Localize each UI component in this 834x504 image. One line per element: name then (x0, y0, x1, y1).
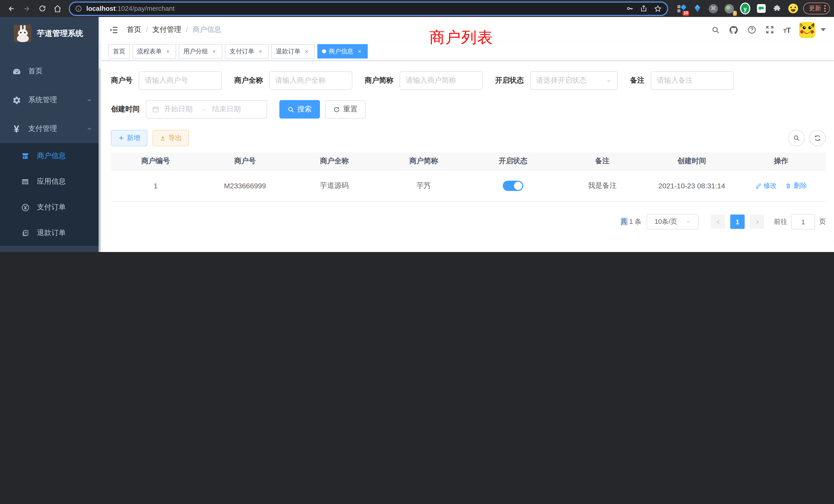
share-icon[interactable] (640, 5, 648, 12)
url-bar[interactable]: localhost:1024/pay/merchant (69, 1, 668, 16)
github-icon[interactable] (729, 25, 739, 35)
sidebar-item-home[interactable]: 首页 (0, 57, 101, 86)
create-time-range-picker[interactable]: 开始日期 - 结束日期 (146, 100, 267, 118)
tab-process-form[interactable]: 流程表单× (132, 44, 176, 59)
export-button[interactable]: 导出 (153, 130, 189, 146)
chevron-down-icon (685, 219, 690, 224)
table-grid-icon (20, 178, 30, 186)
font-size-icon[interactable]: TT (783, 25, 790, 34)
tab-home[interactable]: 首页 (108, 44, 130, 59)
full-name-input[interactable]: 请输入商户全称 (269, 71, 352, 90)
url-text[interactable]: localhost:1024/pay/merchant (86, 5, 622, 12)
tab-refund-order[interactable]: 退款订单× (271, 44, 315, 59)
home-icon[interactable] (50, 1, 65, 16)
tab-label: 退款订单 (276, 47, 301, 56)
dashboard-gauge-icon (11, 67, 22, 76)
hamburger-icon[interactable] (109, 25, 118, 35)
search-button[interactable]: 搜索 (279, 100, 320, 118)
end-date-placeholder: 结束日期 (212, 105, 249, 114)
app-logo-row[interactable]: 芋道管理系统 (0, 17, 101, 50)
extension-grid-icon[interactable]: 10 (676, 3, 687, 14)
chevron-down-icon (606, 78, 612, 84)
sidebar-item-app-info[interactable]: 应用信息 (0, 169, 101, 194)
site-info-icon[interactable] (75, 5, 82, 12)
col-operations: 操作 (737, 153, 826, 170)
header-search-icon[interactable] (711, 25, 720, 34)
breadcrumb-separator: / (186, 26, 188, 34)
tab-merchant-info-active[interactable]: 商户信息× (317, 44, 368, 59)
browser-menu-kebab-icon[interactable] (824, 5, 826, 12)
help-question-icon[interactable] (747, 25, 756, 35)
sidebar-scrollbar[interactable] (98, 17, 101, 252)
sidebar-item-pay-order[interactable]: 支付订单 (0, 194, 101, 220)
remark-label: 备注 (630, 76, 644, 85)
merchant-no-input[interactable]: 请输入商户号 (139, 71, 222, 90)
edit-link[interactable]: 修改 (755, 181, 777, 190)
tab-close-icon[interactable]: × (211, 48, 218, 54)
reset-button-label: 重置 (343, 105, 357, 114)
breadcrumb-home[interactable]: 首页 (127, 25, 141, 35)
total-count: 共 1 条 (621, 217, 641, 226)
extension-y-icon[interactable]: y (740, 3, 750, 14)
col-merchant-id: 商户编号 (111, 153, 200, 170)
next-page-button[interactable] (750, 214, 764, 229)
browser-update-button[interactable]: 更新 (803, 3, 830, 14)
status-select[interactable]: 请选择开启状态 (530, 71, 618, 90)
reload-icon[interactable] (35, 1, 49, 16)
tab-close-icon[interactable]: × (356, 48, 363, 54)
add-button[interactable]: 新增 (111, 130, 147, 146)
back-icon[interactable] (4, 1, 19, 16)
update-label: 更新 (809, 4, 821, 13)
page-content: 商户号 请输入商户号 商户全称 请输入商户全称 商户简称 请输入商户简称 开启状… (101, 61, 834, 229)
total-rest: 1 条 (627, 217, 641, 225)
sidebar-item-pay[interactable]: ¥ 支付管理 (0, 114, 101, 143)
col-remark: 备注 (558, 153, 647, 170)
avatar-caret-icon[interactable] (821, 28, 826, 31)
col-full-name: 商户全称 (290, 153, 379, 170)
remark-input[interactable]: 请输入备注 (651, 71, 734, 90)
yen-icon: ¥ (11, 124, 22, 134)
chevron-down-icon (86, 97, 92, 103)
tab-user-group[interactable]: 用户分组× (179, 44, 222, 59)
extension-recorder-icon[interactable]: 1 (724, 3, 734, 14)
cell-short-name: 芋艿 (379, 170, 468, 202)
page-size-select[interactable]: 10条/页 (646, 214, 698, 229)
delete-link[interactable]: 删除 (786, 181, 807, 190)
status-toggle-on[interactable] (503, 181, 523, 191)
tab-close-icon[interactable]: × (164, 48, 172, 54)
fullscreen-icon[interactable] (765, 25, 774, 35)
password-key-icon[interactable] (626, 5, 634, 12)
tab-close-icon[interactable]: × (303, 48, 310, 54)
url-host: localhost (86, 5, 115, 12)
toggle-search-button[interactable] (788, 130, 805, 146)
prev-page-button[interactable] (711, 214, 725, 229)
short-name-input[interactable]: 请输入商户简称 (399, 71, 483, 90)
extension-command-icon[interactable]: ⌘ (708, 3, 719, 14)
extension-badge: 10 (682, 10, 689, 16)
col-merchant-no: 商户号 (200, 153, 290, 170)
extensions-puzzle-icon[interactable] (772, 3, 782, 14)
user-avatar-pikachu[interactable] (799, 22, 815, 38)
sidebar-item-refund-order[interactable]: 退款订单 (0, 220, 101, 246)
cell-status (468, 170, 558, 202)
gear-icon (11, 96, 22, 105)
bookmark-star-icon[interactable] (654, 4, 662, 13)
tab-close-icon[interactable]: × (257, 48, 264, 54)
browser-profile-avatar[interactable] (788, 3, 798, 14)
yen-circle-icon (20, 203, 30, 212)
sidebar-item-system[interactable]: 系统管理 (0, 86, 101, 114)
page-number-current[interactable]: 1 (730, 214, 745, 229)
col-status: 开启状态 (468, 153, 558, 170)
table-row: 1 M233666999 芋道源码 芋艿 我是备注 2021-10-23 08:… (111, 170, 826, 202)
extension-chat-icon[interactable] (756, 3, 766, 14)
reset-button[interactable]: 重置 (325, 100, 366, 118)
status-label: 开启状态 (495, 76, 524, 85)
breadcrumb-pay[interactable]: 支付管理 (153, 25, 181, 35)
goto-page-input[interactable] (791, 214, 815, 229)
tab-pay-order[interactable]: 支付订单× (225, 44, 269, 59)
extension-kite-icon[interactable] (692, 3, 703, 14)
sidebar-item-infra[interactable]: 基础设施 (0, 246, 101, 252)
forward-icon[interactable] (20, 1, 34, 16)
refresh-table-button[interactable] (809, 130, 826, 146)
sidebar-item-merchant-info[interactable]: 商户信息 (0, 143, 101, 169)
